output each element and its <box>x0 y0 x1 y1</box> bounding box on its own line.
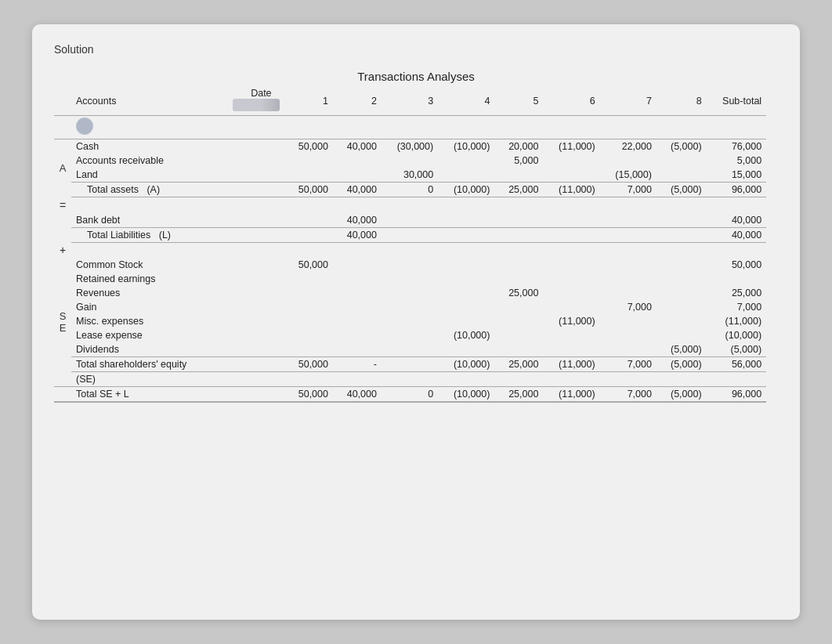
tsel-date <box>228 387 284 403</box>
tse-c2: - <box>333 357 382 372</box>
total-sel-row: Total SE + L 50,000 40,000 0 (10,000) 25… <box>54 387 778 403</box>
div-c3 <box>382 342 438 357</box>
rev-c4 <box>438 286 494 300</box>
land-label: Land <box>71 168 228 183</box>
le-c4: (10,000) <box>438 328 494 342</box>
tl-date <box>228 227 284 242</box>
se-paren-text: (SE) <box>76 374 96 385</box>
col4-header: 4 <box>438 86 494 116</box>
gain-c1 <box>284 300 333 314</box>
empty-side <box>54 116 71 139</box>
total-liab-paren: (L) <box>159 230 171 241</box>
total-se-label: Total shareholders' equity <box>71 357 228 372</box>
land-c7: (15,000) <box>600 168 657 183</box>
me-c4 <box>438 314 494 328</box>
rev-c3 <box>382 286 438 300</box>
plus-gap: + <box>54 242 778 258</box>
se-paren-spacer <box>228 372 766 387</box>
ta-sub: 96,000 <box>707 183 767 197</box>
rev-c8 <box>657 286 707 300</box>
rev-c6 <box>543 286 599 300</box>
total-sel-label: Total SE + L <box>71 387 228 403</box>
e2 <box>333 116 382 139</box>
empty-date <box>228 116 284 139</box>
tl-c8 <box>657 227 707 242</box>
accounts-subheader-row <box>54 116 778 139</box>
tse-date <box>228 357 284 372</box>
bd-c2: 40,000 <box>333 213 382 228</box>
ar-date <box>228 154 284 168</box>
tse-c6: (11,000) <box>543 357 599 372</box>
land-c5 <box>494 168 543 183</box>
empty-side-l <box>54 213 71 243</box>
side-col-header <box>54 86 71 116</box>
gain-date <box>228 300 284 314</box>
me-c1 <box>284 314 333 328</box>
cs-c8 <box>657 258 707 272</box>
dividends-label: Dividends <box>71 342 228 357</box>
cash-c6: (11,000) <box>543 139 599 154</box>
total-assets-paren: (A) <box>147 184 160 195</box>
bd-sub: 40,000 <box>707 213 767 228</box>
div-sub: (5,000) <box>707 342 767 357</box>
land-c4 <box>438 168 494 183</box>
ar-c5: 5,000 <box>494 154 543 168</box>
tl-c6 <box>543 227 599 242</box>
ar-row: Accounts receivable 5,000 5,000 <box>54 154 778 168</box>
tsel-c4: (10,000) <box>438 387 494 403</box>
column-header-row: Accounts Date 1 2 3 4 5 6 7 8 Sub-total <box>54 86 778 116</box>
equals-gap: = <box>54 197 778 213</box>
div-c4 <box>438 342 494 357</box>
tsel-sub: 96,000 <box>707 387 767 403</box>
ar-c6 <box>543 154 599 168</box>
le-c3 <box>382 328 438 342</box>
accounts-icon <box>76 118 93 135</box>
date-col-header: Date <box>228 86 284 116</box>
div-c6 <box>543 342 599 357</box>
me-c2 <box>333 314 382 328</box>
bd-date <box>228 213 284 228</box>
misc-exp-row: Misc. expenses (11,000) (11,000) <box>54 314 778 328</box>
re-sub <box>766 272 778 286</box>
tl-c7 <box>600 227 657 242</box>
land-c3: 30,000 <box>382 168 438 183</box>
gain-c2 <box>333 300 382 314</box>
rev-c1 <box>284 286 333 300</box>
bank-debt-label: Bank debt <box>71 213 228 228</box>
tse-c1: 50,000 <box>284 357 333 372</box>
bd-c8 <box>657 213 707 228</box>
e4 <box>438 116 494 139</box>
col1-header: 1 <box>284 86 333 116</box>
plus-label: + <box>54 242 71 258</box>
cash-label: Cash <box>71 139 228 154</box>
cash-c1: 50,000 <box>284 139 333 154</box>
gain-row: Gain 7,000 7,000 <box>54 300 778 314</box>
e1 <box>284 116 333 139</box>
dividends-row: Dividends (5,000) (5,000) <box>54 342 778 357</box>
bd-c7 <box>600 213 657 228</box>
cs-c4 <box>438 258 494 272</box>
me-c8 <box>657 314 707 328</box>
tl-c5 <box>494 227 543 242</box>
se-label: SE <box>54 258 71 387</box>
subtotal-header: Sub-total <box>707 86 767 116</box>
rev-date <box>228 286 284 300</box>
re-empty <box>228 272 766 286</box>
cs-c2 <box>333 258 382 272</box>
gain-c5 <box>494 300 543 314</box>
le-c7 <box>600 328 657 342</box>
cash-c8: (5,000) <box>657 139 707 154</box>
le-date <box>228 328 284 342</box>
le-c1 <box>284 328 333 342</box>
gain-c4 <box>438 300 494 314</box>
div-c7 <box>600 342 657 357</box>
bd-c4 <box>438 213 494 228</box>
land-row: Land 30,000 (15,000) 15,000 <box>54 168 778 183</box>
tl-c1 <box>284 227 333 242</box>
gain-label: Gain <box>71 300 228 314</box>
col8-header: 8 <box>657 86 707 116</box>
transactions-table: Accounts Date 1 2 3 4 5 6 7 8 Sub-total <box>54 86 778 403</box>
cs-date <box>228 258 284 272</box>
land-c2 <box>333 168 382 183</box>
div-c2 <box>333 342 382 357</box>
